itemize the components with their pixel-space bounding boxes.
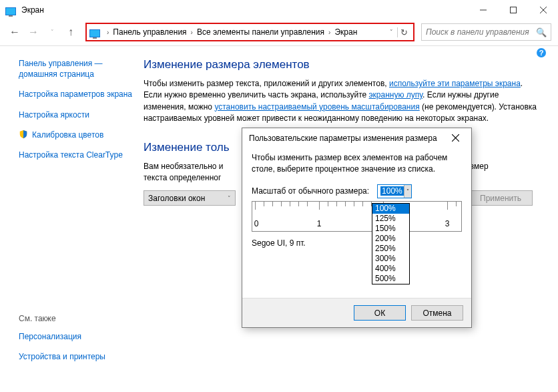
chevron-right-icon: › xyxy=(191,29,193,36)
font-sample: Segoe UI, 9 пт. xyxy=(252,238,462,248)
window-controls xyxy=(468,0,558,20)
combo-label: Заголовки окон xyxy=(148,194,205,203)
dialog-title: Пользовательские параметры изменения раз… xyxy=(249,134,437,143)
scale-value: 100% xyxy=(380,186,404,196)
chevron-down-icon: ˅ xyxy=(228,195,231,202)
sidebar: Панель управления — домашняя страница На… xyxy=(0,58,144,372)
sidebar-item-brightness[interactable]: Настройка яркости xyxy=(19,110,135,120)
maximize-icon xyxy=(510,7,517,13)
dialog-titlebar: Пользовательские параметры изменения раз… xyxy=(242,128,471,148)
close-icon xyxy=(452,134,459,142)
minimize-button[interactable] xyxy=(468,0,498,20)
link-magnifier[interactable]: экранную лупу xyxy=(369,90,423,100)
sidebar-item-color[interactable]: Калибровка цветов xyxy=(19,130,135,140)
description: Чтобы изменить размер текста, приложений… xyxy=(144,78,538,125)
nav-row: ← → ˅ ↑ › Панель управления › Все элемен… xyxy=(0,20,558,44)
shield-icon xyxy=(19,130,28,139)
crumb-1[interactable]: Панель управления xyxy=(113,27,186,37)
scale-option[interactable]: 125% xyxy=(372,214,409,224)
scale-label: Масштаб от обычного размера: xyxy=(252,186,369,196)
page-title: Изменение размера элементов xyxy=(144,58,538,71)
link-display-params[interactable]: используйте эти параметры экрана xyxy=(389,79,521,88)
link-custom-scale[interactable]: установить настраиваемый уровень масштаб… xyxy=(214,102,419,112)
dialog-desc: Чтобы изменить размер всех элементов на … xyxy=(252,152,462,175)
ruler[interactable]: 0 1 3 xyxy=(252,201,462,232)
maximize-button[interactable] xyxy=(498,0,528,20)
ok-button[interactable]: ОК xyxy=(354,305,406,321)
sidebar-item-label: Калибровка цветов xyxy=(32,130,103,140)
search-box[interactable]: 🔍 xyxy=(421,23,551,41)
cancel-button[interactable]: Отмена xyxy=(411,305,463,321)
search-input[interactable] xyxy=(426,27,536,37)
scale-option[interactable]: 300% xyxy=(372,254,409,264)
search-icon[interactable]: 🔍 xyxy=(536,27,547,37)
dialog-body: Чтобы изменить размер всех элементов на … xyxy=(242,148,471,252)
scale-option[interactable]: 200% xyxy=(372,234,409,244)
window-title: Экран xyxy=(21,5,44,15)
close-icon xyxy=(540,7,547,13)
sidebar-see-devices[interactable]: Устройства и принтеры xyxy=(19,351,135,362)
see-also-heading: См. также xyxy=(19,314,135,323)
scale-option[interactable]: 400% xyxy=(372,264,409,274)
sidebar-item-cleartype[interactable]: Настройка текста ClearType xyxy=(19,150,135,160)
chevron-right-icon: › xyxy=(328,29,330,36)
text-element-combo[interactable]: Заголовки окон ˅ xyxy=(144,190,236,206)
svg-text:?: ? xyxy=(539,49,544,57)
ruler-label: 1 xyxy=(317,219,322,228)
help-icon[interactable]: ? xyxy=(534,45,549,60)
svg-rect-1 xyxy=(510,7,516,13)
monitor-icon xyxy=(89,27,100,37)
sidebar-home-link[interactable]: Панель управления — домашняя страница xyxy=(19,58,135,79)
scale-option[interactable]: 150% xyxy=(372,224,409,234)
ruler-label: 0 xyxy=(254,219,259,228)
crumb-3[interactable]: Экран xyxy=(334,27,357,37)
apply-button[interactable]: Применить xyxy=(469,190,533,206)
chevron-down-icon[interactable]: ˅ xyxy=(386,29,397,35)
recent-dropdown[interactable]: ˅ xyxy=(44,24,60,40)
chevron-down-icon: ˅ xyxy=(404,185,411,198)
minimize-icon xyxy=(480,7,487,13)
dialog-close-button[interactable] xyxy=(447,130,465,146)
scale-option[interactable]: 100% xyxy=(372,204,409,214)
scale-option[interactable]: 500% xyxy=(372,274,409,284)
custom-scale-dialog: Пользовательские параметры изменения раз… xyxy=(242,128,472,328)
scale-row: Масштаб от обычного размера: 100% ˅ xyxy=(252,184,462,198)
crumb-2[interactable]: Все элементы панели управления xyxy=(197,27,324,37)
breadcrumb[interactable]: › Панель управления › Все элементы панел… xyxy=(85,23,414,41)
scale-select[interactable]: 100% ˅ xyxy=(377,184,412,198)
back-button[interactable]: ← xyxy=(7,24,23,40)
ruler-label: 3 xyxy=(445,219,450,228)
scale-dropdown-list[interactable]: 100% 125% 150% 200% 250% 300% 400% 500% xyxy=(372,203,410,284)
monitor-icon xyxy=(5,5,16,15)
titlebar: Экран xyxy=(0,0,558,20)
chevron-right-icon: › xyxy=(107,29,109,36)
up-button[interactable]: ↑ xyxy=(63,24,79,40)
sidebar-see-personalization[interactable]: Персонализация xyxy=(19,331,135,342)
sidebar-item-params[interactable]: Настройка параметров экрана xyxy=(19,89,135,100)
close-button[interactable] xyxy=(528,0,558,20)
dialog-footer: ОК Отмена xyxy=(242,298,471,327)
scale-option[interactable]: 250% xyxy=(372,244,409,254)
forward-button[interactable]: → xyxy=(25,24,41,40)
refresh-button[interactable]: ↻ xyxy=(397,27,410,37)
